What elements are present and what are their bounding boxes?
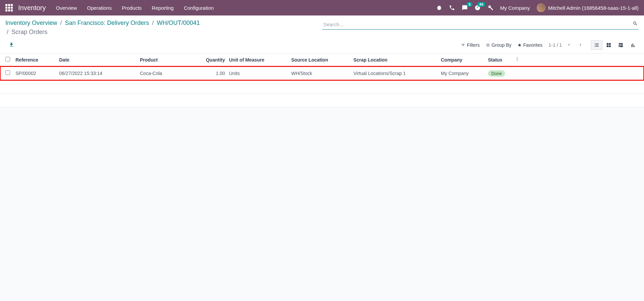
nav-operations[interactable]: Operations: [87, 5, 112, 11]
company-selector[interactable]: My Company: [500, 5, 530, 11]
breadcrumb-2[interactable]: San Francisco: Delivery Orders: [65, 20, 149, 26]
cell-product: Coca-Cola: [140, 71, 202, 76]
select-all-checkbox[interactable]: [5, 57, 10, 62]
cell-company: My Company: [441, 71, 488, 76]
bug-icon[interactable]: [436, 5, 442, 11]
pager-next[interactable]: [576, 41, 585, 49]
table-footer: [0, 80, 644, 94]
row-checkbox[interactable]: [5, 70, 10, 75]
col-scrap[interactable]: Scrap Location: [353, 57, 441, 63]
favorites-button[interactable]: Favorites: [518, 42, 543, 48]
pager-prev[interactable]: [565, 41, 573, 49]
cell-quantity: 1.00: [202, 71, 229, 76]
nav-menu: Overview Operations Products Reporting C…: [56, 5, 214, 11]
messages-icon[interactable]: 5: [462, 5, 468, 11]
cell-uom: Units: [229, 71, 291, 76]
tools-icon[interactable]: [487, 5, 493, 11]
top-navbar: Inventory Overview Operations Products R…: [0, 0, 644, 15]
col-company[interactable]: Company: [441, 57, 488, 63]
search-container: [322, 20, 639, 30]
nav-products[interactable]: Products: [122, 5, 142, 11]
view-graph[interactable]: [627, 40, 639, 50]
control-panel: Inventory Overview / San Francisco: Deli…: [0, 15, 644, 53]
breadcrumb-current: Scrap Orders: [11, 29, 47, 35]
pager-text[interactable]: 1-1 / 1: [548, 42, 562, 48]
phone-icon[interactable]: [449, 5, 455, 11]
cell-status: Done: [488, 71, 515, 76]
view-kanban[interactable]: [603, 40, 614, 50]
user-name: Mitchell Admin (16856458-saas-15-1-all): [548, 5, 639, 11]
cell-scrap: Virtual Locations/Scrap 1: [353, 71, 441, 76]
messages-badge: 5: [466, 2, 472, 7]
nav-configuration[interactable]: Configuration: [184, 5, 214, 11]
col-reference[interactable]: Reference: [15, 57, 59, 63]
cell-reference: SP/00002: [15, 71, 59, 76]
svg-point-2: [517, 60, 518, 61]
col-status[interactable]: Status: [488, 57, 515, 63]
table-header: Reference Date Product Quantity Unit of …: [0, 53, 644, 66]
list-view: Reference Date Product Quantity Unit of …: [0, 53, 644, 80]
table-footer-2: [0, 94, 644, 107]
cell-date: 06/27/2022 15:33:14: [59, 71, 140, 76]
view-switcher: [591, 40, 639, 50]
col-uom[interactable]: Unit of Measure: [229, 57, 291, 63]
svg-point-1: [517, 59, 518, 60]
cell-source: WH/Stock: [291, 71, 353, 76]
view-list[interactable]: [591, 40, 602, 50]
nav-overview[interactable]: Overview: [56, 5, 77, 11]
activities-icon[interactable]: 45: [475, 5, 481, 11]
user-menu[interactable]: Mitchell Admin (16856458-saas-15-1-all): [537, 3, 639, 12]
table-row[interactable]: SP/00002 06/27/2022 15:33:14 Coca-Cola 1…: [0, 66, 644, 80]
view-pivot[interactable]: [615, 40, 627, 50]
filters-button[interactable]: Filters: [461, 42, 480, 48]
avatar: [537, 3, 545, 12]
export-icon[interactable]: [9, 42, 14, 48]
search-icon[interactable]: [633, 21, 638, 27]
svg-point-0: [517, 58, 518, 58]
col-source[interactable]: Source Location: [291, 57, 353, 63]
apps-icon[interactable]: [5, 4, 13, 11]
groupby-button[interactable]: Group By: [486, 42, 512, 48]
pager: 1-1 / 1: [548, 41, 585, 49]
activities-badge: 45: [477, 2, 485, 7]
col-date[interactable]: Date: [59, 57, 140, 63]
col-quantity[interactable]: Quantity: [202, 57, 229, 63]
breadcrumb-3[interactable]: WH/OUT/00041: [157, 20, 200, 26]
column-options[interactable]: [515, 57, 522, 63]
breadcrumb-1[interactable]: Inventory Overview: [5, 20, 57, 26]
status-badge: Done: [488, 70, 505, 77]
nav-reporting[interactable]: Reporting: [152, 5, 174, 11]
col-product[interactable]: Product: [140, 57, 202, 63]
search-input[interactable]: [322, 20, 639, 30]
breadcrumb: Inventory Overview / San Francisco: Deli…: [5, 20, 200, 36]
app-brand[interactable]: Inventory: [18, 4, 46, 12]
